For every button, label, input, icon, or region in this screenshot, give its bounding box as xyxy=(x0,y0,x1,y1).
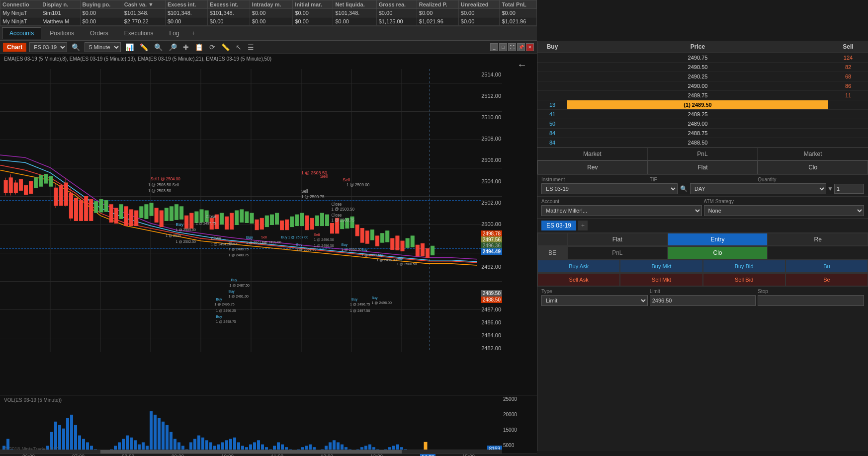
entry-button[interactable]: Entry xyxy=(668,233,768,246)
re-button[interactable]: Re xyxy=(768,233,868,246)
tif-dropdown[interactable]: DAY xyxy=(690,183,826,194)
ob-price-5-highlight[interactable]: (1) 2489.50 xyxy=(567,100,828,109)
timeframe-select[interactable]: 5 Minute xyxy=(85,42,121,52)
svg-rect-35 xyxy=(69,193,73,218)
price-2508: 2508.00 xyxy=(481,136,501,142)
svg-rect-92 xyxy=(240,210,244,222)
col-excess2: Excess int. xyxy=(207,0,250,9)
chart-scrollbar[interactable] xyxy=(0,450,502,454)
cell-excess2-1: $101,348. xyxy=(207,9,250,17)
atm-dropdown[interactable]: None xyxy=(704,205,865,216)
cursor-icon[interactable]: ↖ xyxy=(234,43,243,51)
minimize-button[interactable]: _ xyxy=(490,43,498,51)
ob-sell-4: 11 xyxy=(828,91,868,100)
svg-text:1 @ 2496.00: 1 @ 2496.00 xyxy=(377,258,397,262)
sell-bid-button[interactable]: Sell Bid xyxy=(703,273,785,286)
quantity-input[interactable] xyxy=(834,184,864,194)
buy-mkt-button[interactable]: Buy Mkt xyxy=(620,260,702,273)
ob-footer-market2: Market xyxy=(758,148,868,160)
bar-chart-icon[interactable]: 📊 xyxy=(124,43,135,51)
zoom-in-icon[interactable]: 🔍 xyxy=(153,43,164,51)
price-2504: 2504.00 xyxy=(481,178,501,184)
limit-price-input[interactable] xyxy=(650,295,756,306)
svg-text:1 @ 2497.75: 1 @ 2497.75 xyxy=(196,222,216,226)
search-icon[interactable]: 🔍 xyxy=(70,43,82,51)
tab-positions[interactable]: Positions xyxy=(42,27,82,39)
tab-log[interactable]: Log xyxy=(162,27,186,39)
restore-button[interactable]: □ xyxy=(499,43,507,51)
cell-unrealized-2: $0.00 xyxy=(458,17,500,26)
svg-text:Buy: Buy xyxy=(229,290,235,294)
svg-rect-66 xyxy=(391,238,394,249)
order-type-row: Type Limit Stop Limit xyxy=(537,287,868,308)
stop-price-input[interactable] xyxy=(758,295,864,306)
price-2482: 2482.00 xyxy=(481,345,501,351)
add-es-tab[interactable]: + xyxy=(578,221,588,230)
ema-label: EMA(ES 03-19 (5 Minute),8), EMA(ES 03-19… xyxy=(4,56,271,62)
sell-ask-button[interactable]: Sell Ask xyxy=(537,273,620,286)
svg-rect-29 xyxy=(29,181,33,193)
be-pnl-row: BE PnL Clo xyxy=(537,246,868,260)
instrument-dropdown[interactable]: ES 03-19 xyxy=(541,183,678,194)
svg-text:1 @ 2500.50: 1 @ 2500.50 xyxy=(397,262,417,266)
close-trade-button[interactable]: Clo xyxy=(668,246,768,259)
tif-label: TIF xyxy=(650,177,756,182)
ob-row-9: 84 2488.50 xyxy=(537,138,868,148)
flat-button[interactable]: Flat xyxy=(648,160,758,174)
svg-text:1 @ 2505: 1 @ 2505 xyxy=(166,234,181,238)
close-button[interactable]: ✕ xyxy=(526,43,534,51)
ob-price-9: 2488.50 xyxy=(567,138,828,147)
template-icon[interactable]: 📋 xyxy=(193,43,205,51)
ob-header-price: Price xyxy=(567,41,828,53)
back-arrow-icon[interactable]: ← xyxy=(517,59,527,71)
scrollbar-thumb[interactable] xyxy=(100,450,402,454)
svg-text:Close: Close xyxy=(211,236,221,241)
be-button[interactable]: BE xyxy=(537,246,567,259)
tab-orders[interactable]: Orders xyxy=(83,27,116,39)
account-dropdown[interactable]: Matthew Miller!... xyxy=(541,205,702,216)
instrument-select-chart[interactable]: ES 03-19 xyxy=(29,42,67,52)
svg-rect-71 xyxy=(426,248,429,257)
cell-initial-2: $0.00 xyxy=(293,17,333,26)
col-netliq: Net liquida. xyxy=(333,0,376,9)
svg-rect-79 xyxy=(119,205,123,219)
svg-rect-101 xyxy=(315,216,319,226)
menu-icon[interactable]: ☰ xyxy=(246,43,256,51)
quantity-label: Quantity xyxy=(758,177,864,182)
svg-rect-86 xyxy=(180,207,183,219)
tab-accounts[interactable]: Accounts xyxy=(2,27,41,39)
svg-text:Buy: Buy xyxy=(231,278,238,282)
pin-button[interactable]: 📌 xyxy=(517,43,525,51)
order-type-dropdown[interactable]: Limit xyxy=(541,295,648,306)
draw-icon[interactable]: ✏️ xyxy=(138,43,150,51)
flat2-button[interactable]: Flat xyxy=(567,233,668,246)
ob-buy-5: 13 xyxy=(537,100,567,109)
search-instrument-icon[interactable]: 🔍 xyxy=(679,185,689,192)
crosshair-icon[interactable]: ✚ xyxy=(181,43,190,51)
buy-ask-button[interactable]: Buy Ask xyxy=(537,260,620,273)
es-panel-tab[interactable]: ES 03-19 xyxy=(541,221,576,230)
ruler-icon[interactable]: 📏 xyxy=(220,43,231,51)
limit-label: Limit xyxy=(650,289,756,294)
time-1300: 13:00 xyxy=(370,454,383,456)
sell-mkt-button[interactable]: Sell Mkt xyxy=(620,273,702,286)
vol-15000: 15000 xyxy=(503,427,536,433)
zoom-out-icon[interactable]: 🔎 xyxy=(167,43,178,51)
fullscreen-button[interactable]: ⛶ xyxy=(508,43,516,51)
cell-totalpnl-1: $0.00 xyxy=(500,9,537,17)
buy-x-button[interactable]: Bu xyxy=(785,260,868,273)
ob-buy-4 xyxy=(537,91,567,100)
tab-add-button[interactable]: + xyxy=(187,28,199,39)
ob-row-1: 2490.50 82 xyxy=(537,63,868,72)
cell-netliq-1: $101,348. xyxy=(333,9,376,17)
chart-area: EMA(ES 03-19 (5 Minute),8), EMA(ES 03-19… xyxy=(0,54,537,456)
tab-executions[interactable]: Executions xyxy=(117,27,161,39)
sell-x-button[interactable]: Se xyxy=(785,273,868,286)
close-button-trade[interactable]: Clo xyxy=(758,160,868,174)
rev-button[interactable]: Rev xyxy=(537,160,648,174)
ob-row-5-highlighted[interactable]: 13 (1) 2489.50 xyxy=(537,100,868,110)
sync-icon[interactable]: ⟳ xyxy=(208,43,217,51)
svg-rect-103 xyxy=(325,215,329,226)
svg-rect-48 xyxy=(185,216,188,228)
buy-bid-button[interactable]: Buy Bid xyxy=(703,260,785,273)
